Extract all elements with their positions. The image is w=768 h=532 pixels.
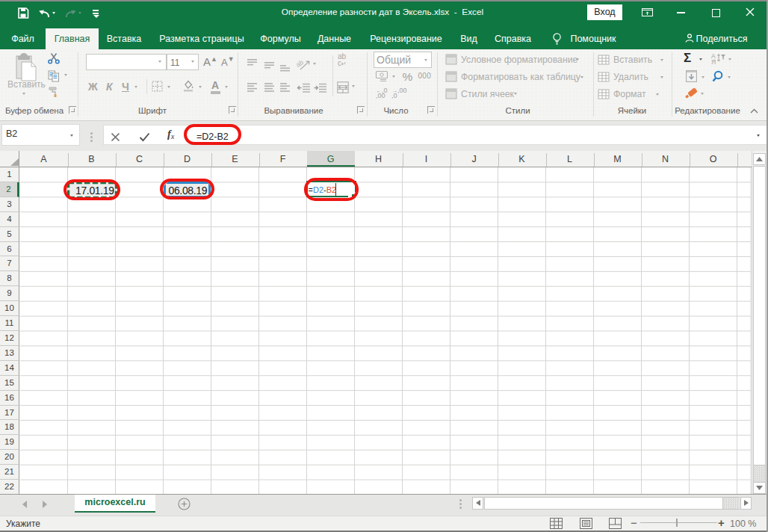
svg-text:Я: Я (711, 58, 716, 66)
